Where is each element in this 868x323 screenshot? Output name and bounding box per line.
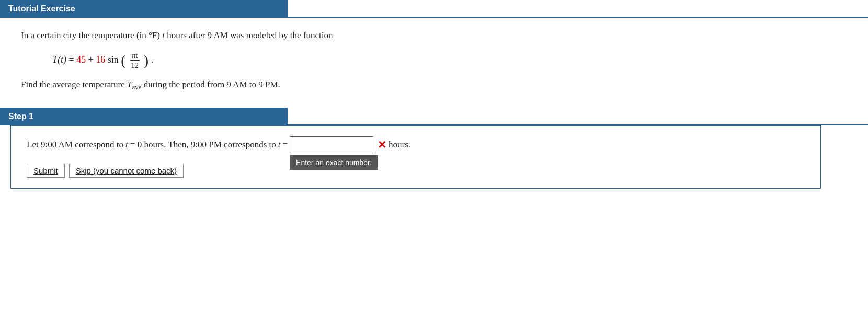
formula-plus: + (88, 54, 96, 65)
skip-button[interactable]: Skip (you cannot come back) (69, 164, 184, 178)
step-header: Step 1 (0, 108, 288, 125)
page-wrapper: Tutorial Exercise In a certain city the … (0, 0, 868, 323)
ave-subscript: ave (132, 84, 141, 91)
submit-button[interactable]: Submit (27, 164, 65, 178)
step-header-title: Step 1 (8, 112, 33, 121)
answer-input[interactable] (290, 136, 373, 153)
close-paren: ) (144, 52, 149, 68)
open-paren: ( (121, 52, 125, 68)
tooltip-box: Enter an exact number. (290, 155, 378, 170)
step-text-4: hours. (389, 140, 410, 150)
fraction: πt 12 (129, 51, 140, 70)
error-x-icon: ✕ (378, 139, 386, 151)
formula-t: T(t) (52, 54, 66, 65)
formula-16: 16 (96, 54, 105, 65)
step-t-var: t (125, 140, 128, 150)
formula-block: T(t) = 45 + 16 sin ( πt 12 ) . (52, 51, 847, 70)
step-header-row: Step 1 (0, 108, 868, 125)
step-t-var2: t (278, 140, 281, 150)
button-row: Submit Skip (you cannot come back) (27, 164, 805, 178)
step-text-3: = (282, 140, 288, 150)
tutorial-header-row: Tutorial Exercise (0, 0, 868, 18)
formula-dot: . (151, 54, 153, 65)
step-text-1: Let 9:00 AM correspond to (27, 140, 123, 150)
formula-45: 45 (76, 54, 86, 65)
fraction-numerator: πt (130, 51, 140, 61)
tutorial-header: Tutorial Exercise (0, 0, 288, 18)
tutorial-header-title: Tutorial Exercise (8, 4, 75, 13)
question-section: In a certain city the temperature (in °F… (0, 18, 868, 108)
formula-sin: sin (108, 54, 119, 65)
find-text: Find the average temperature Tave during… (21, 79, 847, 91)
answer-input-wrapper: ✕ Enter an exact number. (290, 136, 386, 153)
step-content-box: Let 9:00 AM correspond to t = 0 hours. T… (10, 125, 821, 189)
question-intro: In a certain city the temperature (in °F… (21, 28, 847, 42)
fraction-denominator: 12 (129, 61, 140, 70)
header-line (288, 17, 868, 18)
step-line-text: Let 9:00 AM correspond to t = 0 hours. T… (27, 136, 805, 153)
step-text-2: = 0 hours. Then, 9:00 PM corresponds to (130, 140, 276, 150)
formula-equals: = (69, 54, 77, 65)
